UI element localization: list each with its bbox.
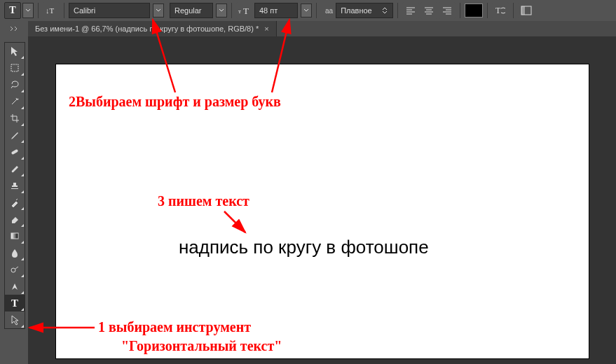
magic-wand-tool[interactable]: [5, 93, 25, 110]
drop-icon: [10, 248, 20, 258]
chevron-down-icon: [303, 8, 309, 13]
collapse-icon: [8, 25, 20, 32]
tool-preset-button[interactable]: T: [4, 2, 21, 19]
align-left-button[interactable]: [402, 2, 419, 19]
chevron-down-icon: [25, 8, 31, 13]
crop-icon: [10, 113, 20, 123]
svg-rect-8: [11, 233, 18, 239]
chevron-down-icon: [219, 8, 224, 13]
character-panel-button[interactable]: [518, 2, 535, 19]
font-size-combo[interactable]: 48 пт: [254, 3, 298, 18]
move-tool[interactable]: [5, 43, 25, 59]
dodge-tool[interactable]: [5, 261, 25, 278]
pen-tool[interactable]: [5, 278, 25, 295]
svg-text:↓T: ↓T: [46, 6, 55, 15]
text-tool-options-bar: T ↓T Calibri Regular т: [0, 0, 616, 22]
path-selection-tool[interactable]: [5, 312, 25, 328]
move-icon: [10, 46, 20, 57]
font-family-value: Calibri: [74, 6, 95, 15]
blur-tool[interactable]: [5, 244, 25, 261]
document-canvas[interactable]: [56, 64, 589, 358]
healing-brush-tool[interactable]: [5, 144, 25, 160]
orientation-icon: ↓T: [46, 6, 57, 15]
tools-panel: T: [4, 42, 25, 329]
align-center-button[interactable]: [420, 2, 437, 19]
brush-icon: [10, 164, 20, 174]
text-orientation-toggle[interactable]: ↓T: [43, 2, 60, 19]
align-center-icon: [424, 6, 434, 15]
tab-close-icon[interactable]: ×: [264, 24, 268, 33]
chevron-down-icon: [156, 8, 161, 13]
antialias-label: aа: [325, 7, 333, 15]
align-right-icon: [442, 6, 452, 15]
crop-tool[interactable]: [5, 110, 25, 127]
antialias-value: Плавное: [341, 6, 372, 15]
collapse-arrows[interactable]: [8, 25, 20, 34]
warp-text-icon: T: [494, 6, 507, 15]
svg-point-9: [11, 268, 15, 272]
font-size-dropdown[interactable]: [301, 4, 312, 18]
brush-tool[interactable]: [5, 160, 25, 177]
lasso-tool[interactable]: [5, 76, 25, 93]
lasso-icon: [10, 80, 20, 90]
left-strip: T: [0, 21, 29, 364]
separator: [64, 3, 64, 18]
svg-rect-5: [521, 6, 525, 15]
separator: [460, 3, 460, 18]
separator: [38, 3, 39, 18]
align-right-button[interactable]: [439, 2, 456, 19]
separator: [397, 3, 398, 18]
svg-text:T: T: [243, 6, 249, 15]
tool-preset-dropdown[interactable]: [22, 3, 34, 18]
type-tool-icon: T: [11, 298, 18, 309]
font-size-icon-button[interactable]: т T: [236, 2, 253, 19]
svg-text:T: T: [495, 6, 501, 15]
separator: [316, 3, 317, 18]
wand-icon: [10, 97, 20, 106]
eraser-tool[interactable]: [5, 211, 25, 227]
document-tab-bar: Без имени-1 @ 66,7% (надпись по кругу в …: [28, 21, 616, 37]
dodge-icon: [10, 265, 20, 274]
svg-rect-6: [11, 64, 18, 71]
panel-icon: [521, 6, 532, 15]
gradient-icon: [10, 231, 20, 241]
type-tool[interactable]: T: [5, 295, 25, 312]
font-style-combo[interactable]: Regular: [170, 3, 213, 18]
marquee-tool[interactable]: [5, 59, 25, 76]
eyedropper-tool[interactable]: [5, 127, 25, 144]
workspace-area: [28, 36, 616, 364]
eyedropper-icon: [10, 130, 20, 140]
pen-icon: [10, 281, 20, 291]
history-brush-icon: [10, 197, 20, 207]
stamp-tool[interactable]: [5, 177, 25, 194]
warp-text-button[interactable]: T: [492, 2, 509, 19]
antialias-combo[interactable]: Плавное: [336, 3, 393, 18]
document-tab-title: Без имени-1 @ 66,7% (надпись по кругу в …: [35, 24, 259, 33]
text-color-swatch[interactable]: [465, 4, 483, 18]
separator: [487, 3, 488, 18]
font-size-value: 48 пт: [259, 6, 278, 15]
font-size-icon: т T: [238, 6, 251, 15]
font-style-value: Regular: [174, 6, 202, 15]
font-style-dropdown[interactable]: [216, 4, 227, 18]
svg-text:т: т: [238, 8, 241, 15]
font-family-combo[interactable]: Calibri: [69, 3, 150, 18]
separator: [231, 3, 232, 18]
document-tab[interactable]: Без имени-1 @ 66,7% (надпись по кругу в …: [28, 21, 277, 36]
font-family-dropdown[interactable]: [153, 4, 164, 18]
eraser-icon: [10, 214, 20, 224]
type-tool-icon: T: [9, 5, 15, 16]
spinner-icon: [382, 7, 388, 14]
gradient-tool[interactable]: [5, 227, 25, 244]
arrow-cursor-icon: [10, 314, 20, 326]
bandaid-icon: [10, 147, 20, 157]
history-brush-tool[interactable]: [5, 194, 25, 211]
separator: [513, 3, 514, 18]
stamp-icon: [10, 181, 20, 190]
marquee-icon: [10, 63, 20, 73]
align-left-icon: [406, 6, 416, 15]
svg-rect-7: [11, 149, 19, 155]
